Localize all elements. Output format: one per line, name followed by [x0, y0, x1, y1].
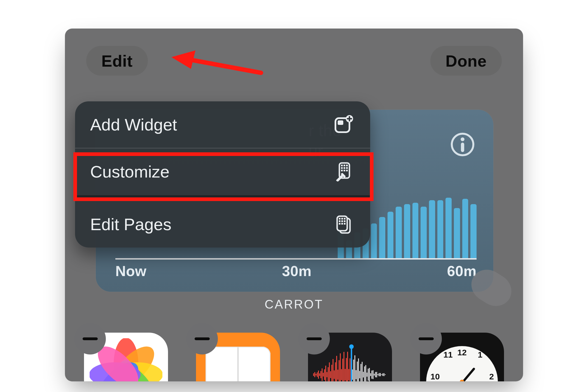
svg-rect-18 — [341, 218, 343, 220]
edit-menu: Add Widget Customize — [75, 101, 370, 248]
svg-rect-12 — [341, 170, 343, 171]
svg-rect-8 — [346, 165, 348, 166]
app-photos[interactable] — [84, 325, 168, 381]
svg-rect-21 — [341, 220, 343, 222]
menu-item-edit-pages[interactable]: Edit Pages — [75, 201, 370, 248]
axis-line — [115, 258, 477, 260]
widget-name-label: CARROT — [65, 297, 523, 311]
svg-point-97 — [349, 344, 354, 349]
axis-now: Now — [115, 263, 146, 279]
remove-app-icon[interactable] — [298, 323, 330, 354]
svg-rect-22 — [344, 220, 346, 222]
remove-app-icon[interactable] — [74, 323, 106, 354]
app-grid: 12 1 11 2 10 — [84, 325, 504, 381]
menu-item-label: Edit Pages — [90, 215, 171, 234]
axis-60m: 60m — [447, 263, 477, 279]
svg-rect-25 — [344, 223, 346, 225]
svg-rect-1 — [461, 143, 464, 152]
svg-rect-14 — [346, 170, 348, 171]
svg-rect-9 — [341, 167, 343, 169]
svg-point-0 — [461, 137, 465, 141]
svg-rect-10 — [344, 167, 345, 169]
done-button[interactable]: Done — [430, 46, 502, 76]
svg-rect-6 — [341, 165, 343, 166]
svg-rect-13 — [344, 170, 345, 171]
menu-item-label: Customize — [90, 162, 169, 181]
svg-rect-3 — [338, 120, 343, 125]
edit-pages-icon — [334, 214, 353, 234]
app-clock[interactable]: 12 1 11 2 10 — [420, 325, 504, 381]
axis-labels: Now 30m 60m — [115, 263, 477, 279]
app-books[interactable] — [196, 325, 280, 381]
menu-item-label: Add Widget — [90, 115, 177, 134]
svg-rect-20 — [339, 220, 340, 222]
customize-icon — [334, 162, 353, 181]
remove-app-icon[interactable] — [410, 323, 442, 354]
svg-rect-23 — [339, 223, 340, 225]
svg-rect-19 — [344, 218, 346, 220]
svg-rect-11 — [346, 167, 348, 169]
add-widget-icon — [334, 115, 353, 134]
remove-app-icon[interactable] — [186, 323, 218, 354]
edit-button[interactable]: Edit — [86, 46, 148, 76]
menu-item-customize[interactable]: Customize — [75, 148, 370, 195]
app-voice-memos[interactable] — [308, 325, 392, 381]
info-icon[interactable] — [451, 133, 474, 156]
screenshot-card: Edit Done r the ur Now 30m 60m CARROT Ad… — [65, 29, 523, 381]
svg-rect-24 — [341, 223, 343, 225]
svg-rect-17 — [339, 218, 340, 220]
svg-rect-7 — [344, 165, 345, 166]
menu-item-add-widget[interactable]: Add Widget — [75, 101, 370, 148]
axis-30m: 30m — [282, 263, 312, 279]
